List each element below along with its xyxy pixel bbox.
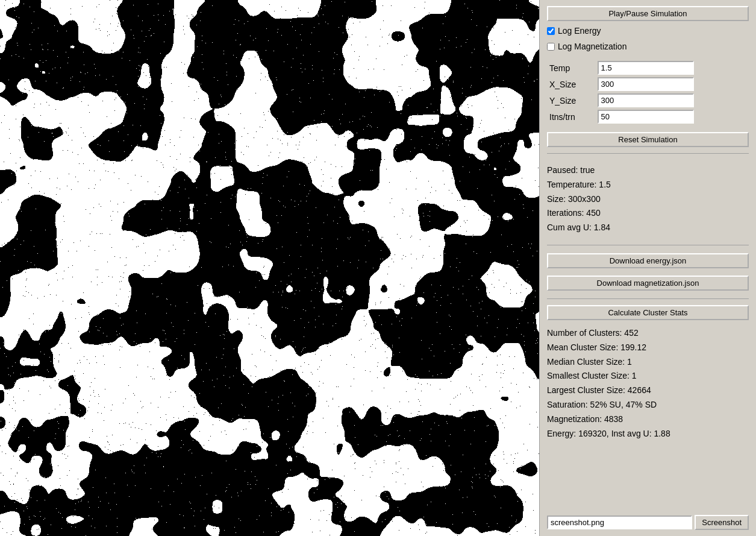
temp-input[interactable] xyxy=(598,61,694,75)
y-size-input[interactable] xyxy=(598,93,694,107)
cluster-energy: Energy: 169320, Inst avg U: 1.88 xyxy=(547,427,749,441)
calculate-cluster-button[interactable]: Calculate Cluster Stats xyxy=(547,305,749,320)
cluster-median: Median Cluster Size: 1 xyxy=(547,355,749,370)
ising-canvas xyxy=(0,0,539,536)
temp-label: Temp xyxy=(547,60,595,76)
x-size-row: X_Size xyxy=(547,76,749,92)
status-block: Paused: true Temperature: 1.5 Size: 300x… xyxy=(547,163,749,235)
status-temperature: Temperature: 1.5 xyxy=(547,178,749,192)
cluster-smallest: Smallest Cluster Size: 1 xyxy=(547,369,749,383)
itns-trn-row: Itns/trn xyxy=(547,109,749,125)
log-energy-checkbox[interactable] xyxy=(547,27,555,35)
status-paused: Paused: true xyxy=(547,163,749,178)
simulation-canvas xyxy=(0,0,539,536)
control-panel: Play/Pause Simulation Log Energy Log Mag… xyxy=(539,0,756,536)
screenshot-row: Screenshot xyxy=(547,510,749,530)
log-magnetization-row: Log Magnetization xyxy=(547,42,749,51)
reset-button[interactable]: Reset Simulation xyxy=(547,132,749,147)
x-size-input[interactable] xyxy=(598,77,694,91)
itns-trn-label: Itns/trn xyxy=(547,109,595,125)
log-energy-label: Log Energy xyxy=(558,26,601,36)
play-pause-button[interactable]: Play/Pause Simulation xyxy=(547,6,749,21)
y-size-label: Y_Size xyxy=(547,92,595,109)
itns-trn-input[interactable] xyxy=(598,110,694,124)
divider-2 xyxy=(547,245,749,245)
cluster-stats: Number of Clusters: 452 Mean Cluster Siz… xyxy=(547,326,749,441)
log-magnetization-label: Log Magnetization xyxy=(558,42,626,51)
cluster-num: Number of Clusters: 452 xyxy=(547,326,749,341)
y-size-row: Y_Size xyxy=(547,92,749,109)
cluster-magnetization: Magnetization: 4838 xyxy=(547,412,749,427)
temp-row: Temp xyxy=(547,60,749,76)
log-magnetization-checkbox[interactable] xyxy=(547,43,555,51)
status-size: Size: 300x300 xyxy=(547,192,749,207)
cluster-saturation: Saturation: 52% SU, 47% SD xyxy=(547,398,749,412)
params-table: Temp X_Size Y_Size Itns/trn xyxy=(547,60,749,125)
cluster-largest: Largest Cluster Size: 42664 xyxy=(547,383,749,398)
download-energy-button[interactable]: Download energy.json xyxy=(547,253,749,268)
log-energy-row: Log Energy xyxy=(547,26,749,36)
status-cum-avg-u: Cum avg U: 1.84 xyxy=(547,221,749,235)
status-iterations: Iterations: 450 xyxy=(547,206,749,221)
divider-1 xyxy=(547,153,749,154)
screenshot-filename-input[interactable] xyxy=(547,516,692,529)
cluster-mean: Mean Cluster Size: 199.12 xyxy=(547,341,749,355)
screenshot-button[interactable]: Screenshot xyxy=(695,515,749,530)
download-magnetization-button[interactable]: Download magnetization.json xyxy=(547,276,749,291)
x-size-label: X_Size xyxy=(547,76,595,92)
divider-3 xyxy=(547,298,749,299)
